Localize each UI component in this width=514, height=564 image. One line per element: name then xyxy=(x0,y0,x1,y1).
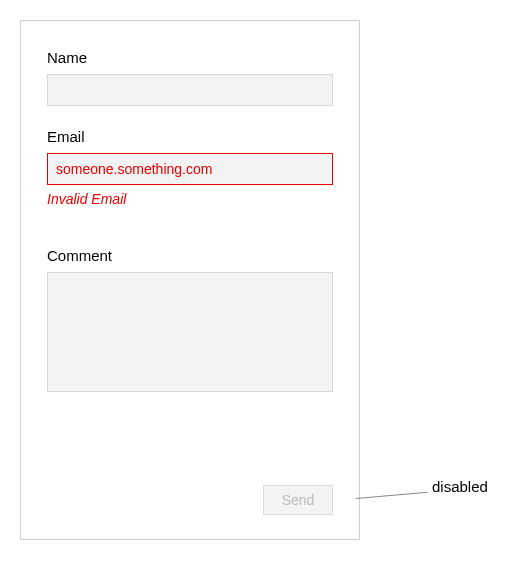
form-card: Name Email Invalid Email Comment Send xyxy=(20,20,360,540)
comment-label: Comment xyxy=(47,247,333,264)
annotation-label: disabled xyxy=(432,478,488,495)
comment-textarea[interactable] xyxy=(47,272,333,392)
email-input[interactable] xyxy=(47,153,333,185)
name-field: Name xyxy=(47,49,333,106)
button-row: Send xyxy=(263,485,333,515)
email-label: Email xyxy=(47,128,333,145)
name-label: Name xyxy=(47,49,333,66)
name-input[interactable] xyxy=(47,74,333,106)
send-button[interactable]: Send xyxy=(263,485,333,515)
comment-field: Comment xyxy=(47,247,333,396)
annotation-leader-line xyxy=(356,492,428,499)
email-error-message: Invalid Email xyxy=(47,191,333,207)
email-field: Email Invalid Email xyxy=(47,128,333,207)
